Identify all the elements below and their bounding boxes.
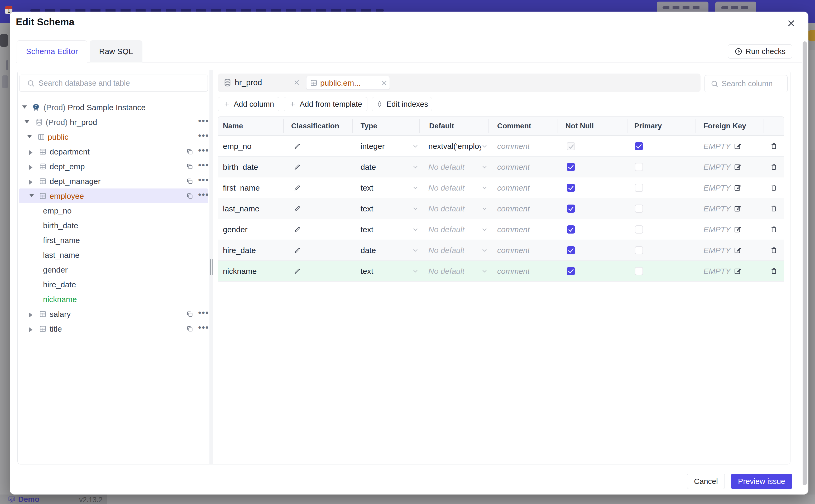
tab-schema-editor[interactable]: Schema Editor — [17, 40, 87, 62]
not-null-checkbox[interactable] — [567, 225, 575, 234]
preview-issue-button[interactable]: Preview issue — [731, 474, 792, 489]
primary-checkbox[interactable] — [635, 205, 643, 213]
copy-icon[interactable] — [186, 325, 193, 332]
chevron-down-icon[interactable] — [412, 164, 419, 169]
column-name[interactable]: hire_date — [223, 240, 256, 261]
not-null-checkbox[interactable] — [567, 163, 575, 171]
run-checks-button[interactable]: Run checks — [728, 44, 792, 59]
pane-splitter[interactable] — [209, 70, 213, 464]
tree-item-last-name[interactable]: last_name — [19, 248, 208, 262]
column-type[interactable]: text — [360, 261, 373, 282]
chevron-down-icon[interactable] — [412, 185, 419, 190]
column-default[interactable]: No default — [428, 240, 481, 261]
add-from-template-button[interactable]: Add from template — [284, 97, 367, 111]
not-null-checkbox[interactable] — [567, 184, 575, 192]
primary-checkbox[interactable] — [635, 225, 643, 234]
chevron-down-icon[interactable] — [481, 268, 488, 274]
edit-classification-icon[interactable] — [294, 163, 301, 171]
foreign-key-cell[interactable]: EMPTY — [703, 219, 741, 240]
chevron-down-icon[interactable] — [29, 194, 34, 197]
chevron-down-icon[interactable] — [25, 120, 29, 123]
database-search[interactable] — [19, 75, 208, 92]
chevron-right-icon[interactable] — [29, 313, 32, 317]
chevron-right-icon[interactable] — [29, 165, 32, 170]
delete-row-icon[interactable] — [770, 246, 778, 254]
delete-row-icon[interactable] — [770, 267, 778, 275]
not-null-checkbox[interactable] — [567, 205, 575, 213]
delete-row-icon[interactable] — [770, 184, 778, 191]
column-search-input[interactable] — [722, 79, 787, 88]
tree-item-title[interactable]: title ••• — [19, 321, 208, 336]
more-menu-icon[interactable]: ••• — [198, 175, 209, 185]
column-name[interactable]: birth_date — [223, 157, 258, 177]
column-name[interactable]: nickname — [223, 261, 257, 282]
column-comment[interactable]: comment — [497, 157, 530, 177]
column-type[interactable]: text — [360, 177, 373, 198]
tree-item-nickname[interactable]: nickname — [19, 292, 208, 307]
chevron-down-icon[interactable] — [481, 164, 488, 169]
edit-classification-icon[interactable] — [294, 268, 301, 275]
column-comment[interactable]: comment — [497, 240, 530, 261]
tree-item-salary[interactable]: salary ••• — [19, 307, 208, 321]
column-name[interactable]: last_name — [223, 198, 259, 219]
more-menu-icon[interactable]: ••• — [198, 160, 209, 170]
column-type[interactable]: date — [360, 240, 376, 261]
chip-public-employee[interactable]: public.em... — [306, 76, 390, 90]
delete-row-icon[interactable] — [770, 205, 778, 212]
column-comment[interactable]: comment — [497, 261, 530, 282]
delete-row-icon[interactable] — [770, 163, 778, 171]
delete-row-icon[interactable] — [770, 226, 778, 233]
add-column-button[interactable]: Add column — [218, 97, 279, 111]
tree-item-department[interactable]: department ••• — [19, 144, 208, 159]
tree-item-gender[interactable]: gender — [19, 262, 208, 277]
chevron-down-icon[interactable] — [22, 105, 27, 109]
foreign-key-cell[interactable]: EMPTY — [703, 261, 741, 282]
tree-item-dept-manager[interactable]: dept_manager ••• — [19, 174, 208, 188]
column-name[interactable]: emp_no — [223, 136, 251, 157]
column-type[interactable]: date — [360, 157, 376, 177]
more-menu-icon[interactable]: ••• — [198, 190, 209, 200]
column-comment[interactable]: comment — [497, 219, 530, 240]
demo-link[interactable]: Demo — [8, 495, 40, 504]
chevron-down-icon[interactable] — [481, 206, 488, 211]
copy-icon[interactable] — [186, 148, 193, 155]
foreign-key-cell[interactable]: EMPTY — [703, 157, 741, 177]
column-default[interactable]: No default — [428, 157, 481, 177]
cancel-button[interactable]: Cancel — [687, 474, 725, 489]
foreign-key-cell[interactable]: EMPTY — [703, 240, 741, 261]
tree-item-first-name[interactable]: first_name — [19, 233, 208, 248]
database-search-input[interactable] — [38, 79, 207, 88]
tree-item-instance[interactable]: (Prod) Prod Sample Instance — [19, 100, 208, 115]
chevron-down-icon[interactable] — [481, 185, 488, 190]
column-name[interactable]: gender — [223, 219, 247, 240]
tab-raw-sql[interactable]: Raw SQL — [90, 40, 142, 62]
chevron-down-icon[interactable] — [412, 248, 419, 253]
not-null-checkbox[interactable] — [567, 267, 575, 275]
tree-item-emp-no[interactable]: emp_no — [19, 203, 208, 218]
primary-checkbox[interactable] — [635, 246, 643, 254]
chevron-down-icon[interactable] — [481, 227, 488, 232]
not-null-checkbox[interactable] — [567, 142, 575, 150]
delete-row-icon[interactable] — [770, 142, 778, 150]
more-menu-icon[interactable]: ••• — [198, 322, 209, 333]
chevron-down-icon[interactable] — [412, 268, 419, 274]
chip-hr-prod[interactable]: hr_prod — [235, 78, 262, 87]
tree-item-employee[interactable]: employee ••• — [19, 188, 208, 203]
column-search[interactable] — [705, 75, 788, 92]
chevron-right-icon[interactable] — [29, 327, 32, 332]
chevron-right-icon[interactable] — [29, 180, 32, 185]
primary-checkbox[interactable] — [635, 142, 643, 150]
edit-classification-icon[interactable] — [294, 247, 301, 254]
column-comment[interactable]: comment — [497, 177, 530, 198]
more-menu-icon[interactable]: ••• — [198, 130, 209, 141]
edit-classification-icon[interactable] — [294, 226, 301, 233]
edit-indexes-button[interactable]: Edit indexes — [372, 97, 432, 111]
column-default[interactable]: No default — [428, 261, 481, 282]
more-menu-icon[interactable]: ••• — [198, 145, 209, 156]
column-type[interactable]: text — [360, 198, 373, 219]
chevron-right-icon[interactable] — [29, 150, 32, 155]
copy-icon[interactable] — [186, 192, 193, 200]
close-icon[interactable] — [293, 79, 301, 87]
tree-item-dept-emp[interactable]: dept_emp ••• — [19, 159, 208, 174]
edit-classification-icon[interactable] — [294, 143, 301, 150]
